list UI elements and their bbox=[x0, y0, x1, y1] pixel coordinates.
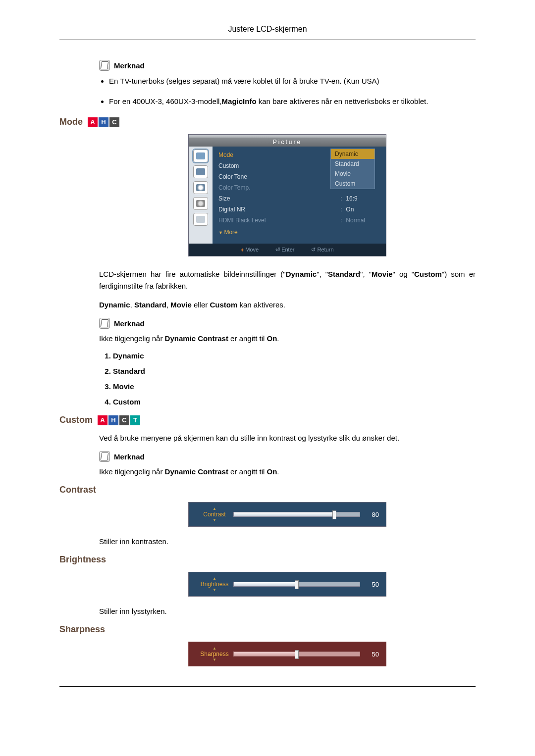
note-label: Merknad bbox=[114, 319, 145, 328]
badge-h-icon: H bbox=[108, 415, 118, 425]
sidebar-icon bbox=[193, 213, 208, 226]
section-title-text: Custom bbox=[59, 415, 93, 425]
note-icon bbox=[99, 60, 110, 71]
note-label: Merknad bbox=[114, 61, 145, 70]
sharpness-slider: Sharpness 50 bbox=[188, 642, 386, 666]
slider-track bbox=[233, 582, 360, 587]
sidebar-icon bbox=[193, 197, 208, 210]
section-contrast: Contrast bbox=[59, 485, 476, 495]
note-mode: Merknad bbox=[99, 318, 476, 329]
list-item: Standard bbox=[113, 367, 476, 375]
osd-title: Picture bbox=[189, 138, 386, 147]
section-mode: Mode A H C bbox=[59, 117, 476, 127]
note-icon bbox=[99, 318, 110, 329]
list-item: Dynamic bbox=[113, 352, 476, 360]
content-area: Merknad En TV-tunerboks (selges separat)… bbox=[99, 60, 476, 666]
sidebar-icon bbox=[193, 165, 208, 178]
slider-label: Contrast bbox=[196, 506, 233, 522]
page-footer-rule bbox=[59, 686, 476, 687]
bullet: For en 400UX-3, 460UX-3-modell,MagicInfo… bbox=[109, 96, 476, 107]
more-row: More bbox=[217, 226, 381, 237]
slider-value: 80 bbox=[360, 511, 379, 518]
custom-note-text: Ikke tilgjengelig når Dynamic Contrast e… bbox=[99, 466, 476, 478]
popup-item: Standard bbox=[331, 159, 374, 169]
section-title-text: Sharpness bbox=[59, 624, 105, 635]
popup-item: Custom bbox=[331, 179, 374, 189]
brightness-slider: Brightness 50 bbox=[188, 572, 386, 597]
mode-note-text: Ikke tilgjengelig når Dynamic Contrast e… bbox=[99, 333, 476, 345]
sidebar-picture-icon bbox=[193, 150, 208, 162]
mode-desc: LCD-skjermen har fire automatiske bildei… bbox=[99, 268, 476, 292]
contrast-slider: Contrast 80 bbox=[188, 502, 386, 527]
section-title-text: Mode bbox=[59, 117, 83, 127]
slider-thumb bbox=[332, 510, 336, 519]
popup-item: Movie bbox=[331, 169, 374, 179]
list-item: Movie bbox=[113, 382, 476, 391]
slider-label: Sharpness bbox=[196, 646, 233, 662]
custom-desc: Ved å bruke menyene på skjermen kan du s… bbox=[99, 432, 476, 444]
section-title-text: Contrast bbox=[59, 485, 96, 495]
osd-picture-menu: Picture Mode Custom Color Tone: Color Te… bbox=[188, 134, 386, 256]
badge-c-icon: C bbox=[119, 415, 129, 425]
section-sharpness: Sharpness bbox=[59, 624, 476, 635]
badge-a-icon: A bbox=[88, 117, 98, 127]
slider-track bbox=[233, 652, 360, 656]
slider-value: 50 bbox=[360, 651, 379, 658]
page-header: Justere LCD-skjermen bbox=[59, 25, 476, 40]
bullet: En TV-tunerboks (selges separat) må være… bbox=[109, 76, 476, 87]
note-custom: Merknad bbox=[99, 451, 476, 462]
badges: A H C T bbox=[98, 415, 140, 425]
note-1-list: En TV-tunerboks (selges separat) må være… bbox=[109, 76, 476, 107]
slider-value: 50 bbox=[360, 581, 379, 588]
mode-list: Dynamic Standard Movie Custom bbox=[113, 352, 476, 406]
badge-t-icon: T bbox=[130, 415, 140, 425]
slider-thumb bbox=[295, 580, 299, 589]
note-icon bbox=[99, 451, 110, 462]
osd-menu: Mode Custom Color Tone: Color Temp. Size… bbox=[213, 147, 386, 244]
slider-thumb bbox=[295, 650, 299, 659]
section-title-text: Brightness bbox=[59, 554, 106, 565]
mode-line2: Dynamic, Standard, Movie eller Custom ka… bbox=[99, 299, 476, 311]
section-custom: Custom A H C T bbox=[59, 415, 476, 425]
mode-popup: Dynamic Standard Movie Custom bbox=[330, 149, 375, 189]
sidebar-icon bbox=[193, 181, 208, 194]
slider-track bbox=[233, 512, 360, 517]
section-brightness: Brightness bbox=[59, 554, 476, 565]
contrast-desc: Stiller inn kontrasten. bbox=[99, 536, 476, 548]
badge-c-icon: C bbox=[109, 117, 119, 127]
note-1: Merknad bbox=[99, 60, 476, 71]
popup-item: Dynamic bbox=[331, 149, 374, 159]
osd-footer: Move Enter Return bbox=[189, 244, 386, 256]
note-label: Merknad bbox=[114, 453, 145, 461]
brightness-desc: Stiller inn lysstyrken. bbox=[99, 605, 476, 617]
badges: A H C bbox=[88, 117, 119, 127]
osd-sidebar bbox=[189, 147, 213, 244]
list-item: Custom bbox=[113, 398, 476, 406]
badge-h-icon: H bbox=[99, 117, 108, 127]
slider-label: Brightness bbox=[196, 576, 233, 592]
badge-a-icon: A bbox=[98, 415, 107, 425]
